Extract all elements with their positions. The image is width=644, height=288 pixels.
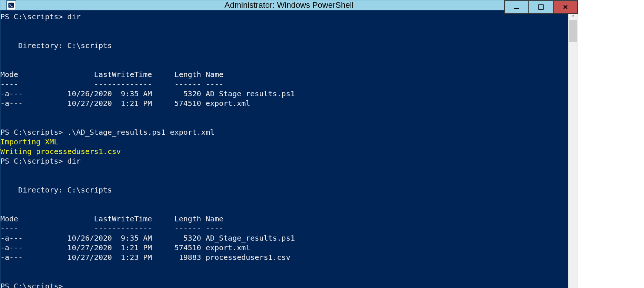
scroll-track[interactable]: [568, 20, 578, 288]
maximize-icon: [538, 4, 544, 10]
minimize-button[interactable]: [504, 0, 529, 14]
vertical-scrollbar[interactable]: ▴: [568, 10, 578, 288]
terminal-output[interactable]: PS C:\scripts> dir Directory: C:\scripts…: [0, 10, 568, 288]
client-area: PS C:\scripts> dir Directory: C:\scripts…: [0, 10, 578, 288]
svg-rect-0: [9, 3, 14, 8]
close-icon: [562, 4, 568, 10]
svg-rect-3: [539, 5, 543, 9]
titlebar[interactable]: Administrator: Windows PowerShell: [0, 0, 578, 10]
close-button[interactable]: [553, 0, 578, 14]
minimize-icon: [514, 4, 519, 10]
svg-rect-2: [514, 8, 519, 9]
powershell-icon: [6, 0, 16, 10]
window-controls: [504, 0, 578, 14]
scroll-thumb[interactable]: [569, 20, 577, 42]
window-title: Administrator: Windows PowerShell: [225, 0, 353, 10]
powershell-window: Administrator: Windows PowerShell PS C:\…: [0, 0, 578, 288]
maximize-button[interactable]: [529, 0, 553, 14]
